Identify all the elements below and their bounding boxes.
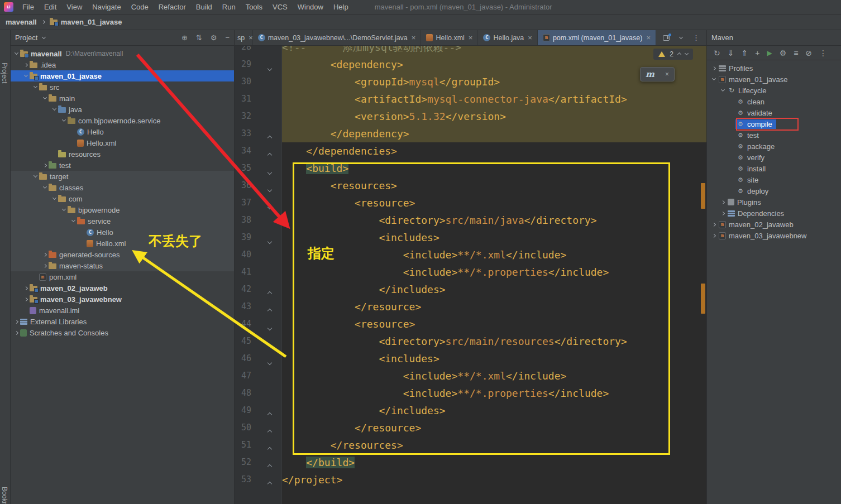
fold-down-icon[interactable] — [268, 166, 271, 176]
code-text[interactable]: </dependency> — [282, 125, 706, 142]
menu-vcs[interactable]: VCS — [267, 3, 293, 11]
tool-stripe-project[interactable]: Project — [1, 63, 8, 83]
maven-tree-item-lifecycle[interactable]: ↻Lifecycle — [707, 85, 841, 96]
code-line-46[interactable]: 46 <includes> — [235, 350, 706, 367]
close-tab-icon[interactable]: × — [469, 33, 473, 42]
code-text[interactable]: <resources> — [282, 177, 706, 194]
code-line-43[interactable]: 43 </resource> — [235, 298, 706, 315]
editor-tab-hello-xml[interactable]: Hello.xml× — [421, 30, 478, 45]
chevron-down-icon[interactable] — [13, 53, 20, 54]
code-text[interactable]: <includes> — [282, 229, 706, 246]
chevron-right-icon[interactable] — [41, 253, 49, 256]
project-tree-item-mavenall-iml[interactable]: mavenall.iml — [11, 305, 234, 316]
maven-tree-item-clean[interactable]: ⚙clean — [707, 96, 841, 107]
code-text[interactable]: </resource> — [282, 419, 706, 436]
maven-tree-item-verify[interactable]: ⚙verify — [707, 152, 841, 163]
more-actions-icon[interactable]: ⋮ — [819, 49, 827, 57]
maven-tree-item-profiles[interactable]: Profiles — [707, 63, 841, 74]
chevron-right-icon[interactable] — [710, 234, 718, 237]
project-tree-item-java[interactable]: java — [11, 104, 234, 115]
code-text[interactable]: <include>**/*.xml</include> — [282, 246, 706, 263]
code-text[interactable]: <includes> — [282, 350, 706, 367]
chevron-down-icon[interactable] — [51, 198, 58, 199]
maven-tree-item-dependencies[interactable]: Dependencies — [707, 208, 841, 219]
code-line-45[interactable]: 45 <directory>src/main/resources</direct… — [235, 333, 706, 350]
add-maven-project-icon[interactable]: + — [755, 49, 759, 57]
menu-code[interactable]: Code — [126, 3, 154, 11]
project-tree-item-mavenall[interactable]: mavenallD:\Maven\mavenall — [11, 48, 234, 59]
code-line-38[interactable]: 38 <directory>src/main/java</directory> — [235, 212, 706, 229]
chevron-down-icon[interactable] — [60, 209, 68, 210]
menu-view[interactable]: View — [61, 3, 87, 11]
code-text[interactable]: <include>**/*.xml</include> — [282, 367, 706, 385]
project-tree-item-external-libraries[interactable]: External Libraries — [11, 316, 234, 327]
fold-up-icon[interactable] — [268, 443, 271, 453]
chevron-right-icon[interactable] — [22, 298, 30, 301]
inspections-widget[interactable]: 2 — [653, 49, 693, 60]
chevron-down-icon[interactable] — [41, 187, 49, 188]
project-tree-item-service[interactable]: service — [11, 215, 234, 227]
project-tree-item-src[interactable]: src — [11, 81, 234, 93]
editor-menu-icon[interactable]: ⋮ — [692, 33, 700, 42]
fold-up-icon[interactable] — [268, 149, 271, 159]
fold-up-icon[interactable] — [268, 409, 271, 419]
close-icon[interactable]: × — [665, 70, 669, 78]
maven-tree-item-compile[interactable]: ⚙compile — [707, 118, 841, 129]
menu-edit[interactable]: Edit — [39, 3, 61, 11]
editor-tab-pom-xml-maven-01-javase[interactable]: mpom.xml (maven_01_javase)× — [538, 30, 656, 45]
breadcrumb-current[interactable]: maven_01_javase — [61, 18, 122, 26]
chevron-right-icon[interactable] — [719, 212, 727, 215]
project-tree-item-maven-status[interactable]: maven-status — [11, 260, 234, 271]
code-text[interactable]: <artifactId>mysql-connector-java</artifa… — [282, 90, 706, 108]
fold-up-icon[interactable] — [268, 305, 271, 315]
close-tab-icon[interactable]: × — [412, 33, 416, 42]
code-text[interactable]: <build> — [282, 160, 706, 177]
project-panel-title[interactable]: Project — [15, 33, 37, 42]
hide-panel-icon[interactable]: − — [225, 33, 230, 42]
code-line-30[interactable]: 30 <groupId>mysql</groupId> — [235, 73, 706, 90]
run-maven-goal-icon[interactable]: ▶ — [767, 49, 772, 57]
menu-window[interactable]: Window — [293, 3, 328, 11]
locate-file-icon[interactable]: ⊕ — [181, 33, 188, 42]
code-text[interactable]: <!-- 添加mysql驱动的依赖--> — [282, 46, 706, 56]
fold-down-icon[interactable] — [268, 184, 271, 194]
chevron-down-icon[interactable] — [41, 98, 49, 99]
reimport-maven-icon[interactable]: ↻ — [714, 49, 720, 57]
fold-down-icon[interactable] — [268, 201, 271, 211]
code-line-31[interactable]: 31 <artifactId>mysql-connector-java</art… — [235, 90, 706, 108]
menu-run[interactable]: Run — [217, 3, 241, 11]
settings-gear-icon[interactable]: ⚙ — [211, 33, 217, 42]
maven-tree-item-install[interactable]: ⚙install — [707, 163, 841, 174]
code-line-39[interactable]: 39 <includes> — [235, 229, 706, 246]
code-line-35[interactable]: 35 <build> — [235, 160, 706, 177]
prev-warning-icon[interactable] — [677, 52, 681, 56]
chevron-down-icon[interactable] — [40, 37, 47, 39]
project-tree-item-bjpowernode[interactable]: bjpowernode — [11, 204, 234, 215]
project-tree-item-test[interactable]: test — [11, 160, 234, 171]
code-text[interactable]: <resource> — [282, 315, 706, 333]
close-tab-icon[interactable]: × — [528, 33, 532, 42]
mysql-hint-popup[interactable]: m × — [640, 67, 675, 81]
breadcrumb-root[interactable]: mavenall — [6, 18, 37, 26]
project-tree-item-hello-xml[interactable]: Hello.xml — [11, 137, 234, 148]
code-text[interactable]: </includes> — [282, 281, 706, 298]
fold-down-icon[interactable] — [268, 322, 271, 332]
code-text[interactable]: </resources> — [282, 436, 706, 454]
code-line-37[interactable]: 37 <resource> — [235, 194, 706, 212]
code-line-49[interactable]: 49 </includes> — [235, 402, 706, 419]
editor-tab-maven-03-javawebnew-demoservlet-java[interactable]: Cmaven_03_javawebnew\...\DemoServlet.jav… — [253, 30, 422, 45]
chevron-right-icon[interactable] — [22, 287, 30, 290]
project-tree-item-com[interactable]: com — [11, 193, 234, 204]
editor-tab-sp[interactable]: sp× — [235, 30, 253, 45]
project-tree-item-generated-sources[interactable]: generated-sources — [11, 249, 234, 260]
code-line-53[interactable]: 53</project> — [235, 471, 706, 488]
code-editor[interactable]: 28<!-- 添加mysql驱动的依赖-->29 <dependency>30 … — [235, 46, 706, 504]
scrollbar-mark[interactable] — [701, 284, 705, 314]
chevron-down-icon[interactable] — [51, 109, 58, 110]
skip-tests-icon[interactable]: ⊘ — [805, 49, 812, 57]
fold-down-icon[interactable] — [268, 63, 271, 73]
menu-build[interactable]: Build — [191, 3, 217, 11]
download-sources-icon[interactable]: ⇓ — [728, 49, 734, 57]
project-tree-item-hello[interactable]: CHello — [11, 227, 234, 238]
chevron-down-icon[interactable] — [32, 176, 39, 177]
